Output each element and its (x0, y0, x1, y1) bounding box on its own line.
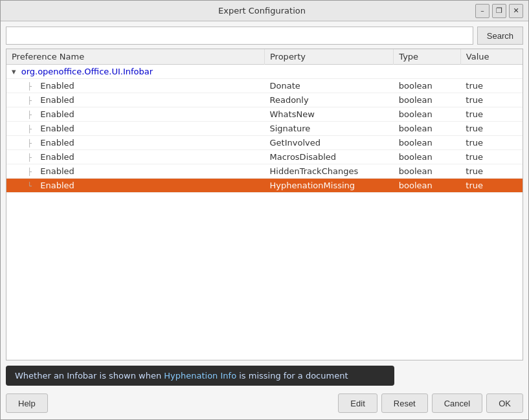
col-header-property: Property (265, 49, 394, 65)
table-row[interactable]: ├ Enabled GetInvolved boolean true (6, 136, 523, 150)
edit-button[interactable]: Edit (338, 393, 377, 413)
property-cell: Signature (265, 122, 394, 136)
preferences-table-container: Preference Name Property Type Value ▾ or… (6, 49, 523, 360)
title-bar: Expert Configuration – ❐ ✕ (1, 1, 528, 21)
table-header-row: Preference Name Property Type Value (6, 49, 523, 65)
pref-name-label: Enabled (40, 81, 74, 91)
search-input[interactable] (6, 27, 473, 45)
pref-name-cell: ├ Enabled (6, 122, 265, 136)
pref-name-label: Enabled (40, 95, 74, 105)
maximize-button[interactable]: ❐ (492, 4, 506, 18)
pref-name-label: Enabled (40, 124, 74, 133)
value-cell: true (460, 179, 523, 193)
type-cell: boolean (394, 93, 461, 107)
property-cell: HyphenationMissing (265, 179, 394, 193)
title-bar-controls: – ❐ ✕ (475, 4, 523, 18)
pref-name-label: Enabled (40, 138, 74, 148)
pref-name-cell: ├ Enabled (6, 93, 265, 107)
tooltip-text: Whether an Infobar is shown when Hyphena… (15, 371, 348, 381)
cancel-button[interactable]: Cancel (432, 393, 482, 413)
col-header-value: Value (460, 49, 523, 65)
tree-expander[interactable]: ▾ (12, 67, 16, 76)
type-cell: boolean (394, 79, 461, 93)
ok-button[interactable]: OK (486, 393, 523, 413)
pref-name-label: Enabled (40, 181, 74, 190)
group-label[interactable]: org.openoffice.Office.UI.Infobar (21, 67, 153, 76)
property-cell: Readonly (265, 93, 394, 107)
pref-name-cell: ├ Enabled (6, 150, 265, 164)
window-title: Expert Configuration (49, 6, 475, 16)
tooltip-box: Whether an Infobar is shown when Hyphena… (6, 366, 394, 386)
pref-name-label: Enabled (40, 166, 74, 176)
expert-config-window: Expert Configuration – ❐ ✕ Search Prefer… (0, 0, 529, 420)
type-cell: boolean (394, 122, 461, 136)
type-cell: boolean (394, 107, 461, 122)
pref-name-cell: ├ Enabled (6, 79, 265, 93)
value-cell: true (460, 150, 523, 164)
pref-name-cell: ├ Enabled (6, 164, 265, 179)
value-cell: true (460, 136, 523, 150)
minimize-button[interactable]: – (475, 4, 490, 18)
value-cell: true (460, 93, 523, 107)
pref-name-cell: └ Enabled (6, 179, 265, 193)
col-header-preference-name: Preference Name (6, 49, 265, 65)
close-button[interactable]: ✕ (509, 4, 523, 18)
table-row[interactable]: ├ Enabled HiddenTrackChanges boolean tru… (6, 164, 523, 179)
value-cell: true (460, 79, 523, 93)
property-cell: Donate (265, 79, 394, 93)
table-row[interactable]: ├ Enabled WhatsNew boolean true (6, 107, 523, 122)
reset-button[interactable]: Reset (381, 393, 428, 413)
table-row[interactable]: ├ Enabled Signature boolean true (6, 122, 523, 136)
property-cell: GetInvolved (265, 136, 394, 150)
content-area: Search Preference Name Property Type Val… (1, 21, 528, 419)
property-cell: HiddenTrackChanges (265, 164, 394, 179)
help-button[interactable]: Help (6, 393, 48, 413)
table-row[interactable]: ├ Enabled Readonly boolean true (6, 93, 523, 107)
preferences-table: Preference Name Property Type Value ▾ or… (6, 49, 523, 193)
value-cell: true (460, 164, 523, 179)
value-cell: true (460, 107, 523, 122)
table-row[interactable]: ├ Enabled Donate boolean true (6, 79, 523, 93)
footer: Help Edit Reset Cancel OK (6, 391, 523, 414)
search-bar: Search (6, 27, 523, 45)
search-button[interactable]: Search (477, 27, 523, 45)
footer-left: Help (6, 393, 48, 413)
pref-name-cell: ├ Enabled (6, 107, 265, 122)
col-header-type: Type (394, 49, 461, 65)
pref-name-label: Enabled (40, 109, 74, 119)
pref-name-cell: ├ Enabled (6, 136, 265, 150)
table-row[interactable]: ├ Enabled MacrosDisabled boolean true (6, 150, 523, 164)
table-row[interactable]: └ Enabled HyphenationMissing boolean tru… (6, 179, 523, 193)
property-cell: WhatsNew (265, 107, 394, 122)
value-cell: true (460, 122, 523, 136)
type-cell: boolean (394, 164, 461, 179)
type-cell: boolean (394, 136, 461, 150)
footer-right: Edit Reset Cancel OK (338, 393, 523, 413)
property-cell: MacrosDisabled (265, 150, 394, 164)
type-cell: boolean (394, 179, 461, 193)
pref-name-label: Enabled (40, 152, 74, 162)
group-row[interactable]: ▾ org.openoffice.Office.UI.Infobar (6, 65, 523, 79)
type-cell: boolean (394, 150, 461, 164)
